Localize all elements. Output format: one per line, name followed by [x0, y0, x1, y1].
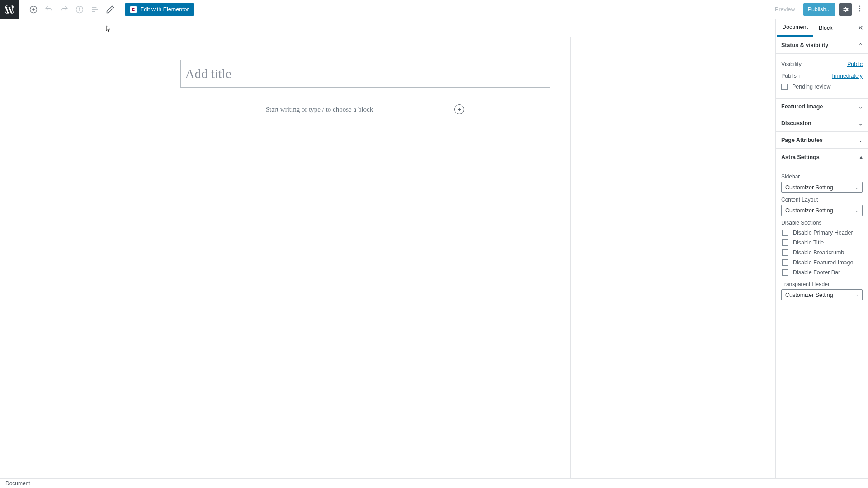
- panel-title: Featured image: [781, 103, 823, 110]
- edit-with-elementor-button[interactable]: E Edit with Elementor: [125, 3, 194, 16]
- cursor-icon: [106, 25, 111, 33]
- panel-astra-body: Sidebar Customizer Setting ⌄ Content Lay…: [776, 165, 868, 307]
- visibility-value[interactable]: Public: [847, 61, 863, 67]
- panel-status-body: Visibility Public Publish Immediately Pe…: [776, 54, 868, 99]
- svg-point-10: [859, 8, 860, 9]
- chevron-down-icon: ⌄: [855, 292, 859, 297]
- breadcrumb[interactable]: Document: [5, 480, 30, 487]
- visibility-label: Visibility: [781, 61, 802, 67]
- disable-primary-header-row[interactable]: Disable Primary Header: [782, 228, 863, 238]
- info-button[interactable]: [73, 3, 86, 16]
- disable-featured-image-row[interactable]: Disable Featured Image: [782, 258, 863, 267]
- disable-footer-bar-row[interactable]: Disable Footer Bar: [782, 267, 863, 277]
- tab-block[interactable]: Block: [813, 19, 838, 37]
- main-area: Start writing or type / to choose a bloc…: [0, 19, 868, 478]
- elementor-label: Edit with Elementor: [140, 6, 189, 13]
- settings-sidebar: Document Block ✕ Status & visibility ⌃ V…: [775, 19, 868, 478]
- svg-point-11: [859, 10, 860, 11]
- disable-breadcrumb-checkbox[interactable]: [782, 249, 788, 256]
- close-sidebar-button[interactable]: ✕: [858, 24, 863, 32]
- chevron-down-icon: ⌄: [855, 185, 859, 190]
- disable-footer-bar-checkbox[interactable]: [782, 269, 788, 276]
- disable-sections-label: Disable Sections: [781, 220, 863, 226]
- visibility-row: Visibility Public: [781, 58, 863, 70]
- toolbar-right: Preview Publish...: [770, 3, 868, 16]
- checkbox-label: Disable Breadcrumb: [793, 249, 844, 256]
- panel-status-visibility[interactable]: Status & visibility ⌃: [776, 37, 868, 54]
- panel-astra-settings[interactable]: Astra Settings ▴: [776, 149, 868, 165]
- chevron-down-icon: ⌄: [855, 208, 859, 213]
- editor-column: Start writing or type / to choose a bloc…: [0, 19, 775, 478]
- pending-review-checkbox[interactable]: [781, 84, 788, 90]
- chevron-down-icon: ⌄: [859, 104, 863, 110]
- panel-title: Page Attributes: [781, 137, 823, 143]
- chevron-up-icon: ⌃: [859, 42, 863, 48]
- toolbar-left: E Edit with Elementor: [19, 3, 194, 16]
- redo-button[interactable]: [58, 3, 71, 16]
- body-block[interactable]: Start writing or type / to choose a bloc…: [180, 104, 550, 114]
- panel-page-attributes[interactable]: Page Attributes ⌄: [776, 132, 868, 149]
- elementor-icon: E: [130, 6, 137, 13]
- tab-document[interactable]: Document: [777, 19, 813, 37]
- content-layout-label: Content Layout: [781, 197, 863, 203]
- disable-title-row[interactable]: Disable Title: [782, 238, 863, 248]
- svg-rect-7: [92, 9, 98, 10]
- add-block-inline-button[interactable]: +: [454, 104, 464, 114]
- svg-point-5: [79, 8, 80, 8]
- checkbox-label: Disable Footer Bar: [793, 269, 840, 276]
- checkbox-label: Disable Featured Image: [793, 259, 853, 266]
- bottom-breadcrumb-bar: Document: [0, 478, 868, 488]
- transparent-header-value: Customizer Setting: [785, 292, 833, 298]
- chevron-up-icon: ▴: [860, 154, 863, 160]
- outline-button[interactable]: [89, 3, 101, 16]
- sidebar-select-label: Sidebar: [781, 174, 863, 180]
- more-menu-button[interactable]: [855, 3, 864, 16]
- transparent-header-select[interactable]: Customizer Setting ⌄: [781, 289, 863, 300]
- title-input[interactable]: [185, 66, 545, 81]
- top-toolbar: E Edit with Elementor Preview Publish...: [0, 0, 868, 19]
- publish-row: Publish Immediately: [781, 70, 863, 82]
- disable-breadcrumb-row[interactable]: Disable Breadcrumb: [782, 248, 863, 258]
- panel-discussion[interactable]: Discussion ⌄: [776, 115, 868, 132]
- publish-label: Publish: [781, 73, 800, 79]
- sidebar-tabs: Document Block ✕: [776, 19, 868, 37]
- sidebar-select[interactable]: Customizer Setting ⌄: [781, 182, 863, 193]
- svg-rect-6: [92, 7, 96, 8]
- transparent-header-label: Transparent Header: [781, 281, 863, 287]
- disable-primary-header-checkbox[interactable]: [782, 230, 788, 236]
- preview-button[interactable]: Preview: [770, 4, 799, 15]
- body-placeholder: Start writing or type / to choose a bloc…: [266, 106, 373, 113]
- svg-rect-8: [92, 11, 95, 12]
- panel-title: Astra Settings: [781, 154, 820, 160]
- checkbox-label: Disable Primary Header: [793, 230, 853, 236]
- content-layout-select[interactable]: Customizer Setting ⌄: [781, 205, 863, 216]
- undo-button[interactable]: [42, 3, 55, 16]
- disable-title-checkbox[interactable]: [782, 239, 788, 246]
- checkbox-label: Disable Title: [793, 239, 824, 246]
- content-layout-value: Customizer Setting: [785, 207, 833, 214]
- panel-title: Status & visibility: [781, 42, 828, 48]
- sidebar-select-value: Customizer Setting: [785, 184, 833, 191]
- wordpress-logo[interactable]: [0, 0, 19, 19]
- panel-title: Discussion: [781, 120, 811, 127]
- pending-review-label: Pending review: [792, 84, 830, 90]
- pending-review-row[interactable]: Pending review: [781, 82, 863, 92]
- add-block-button[interactable]: [27, 3, 40, 16]
- editor-canvas: Start writing or type / to choose a bloc…: [160, 37, 571, 478]
- svg-point-9: [859, 6, 860, 7]
- publish-button[interactable]: Publish...: [803, 3, 835, 16]
- disable-featured-image-checkbox[interactable]: [782, 259, 788, 266]
- title-block[interactable]: [180, 60, 550, 88]
- settings-button[interactable]: [839, 3, 852, 16]
- publish-value[interactable]: Immediately: [832, 73, 863, 79]
- panel-featured-image[interactable]: Featured image ⌄: [776, 99, 868, 115]
- chevron-down-icon: ⌄: [859, 137, 863, 143]
- edit-button[interactable]: [104, 3, 117, 16]
- chevron-down-icon: ⌄: [859, 121, 863, 127]
